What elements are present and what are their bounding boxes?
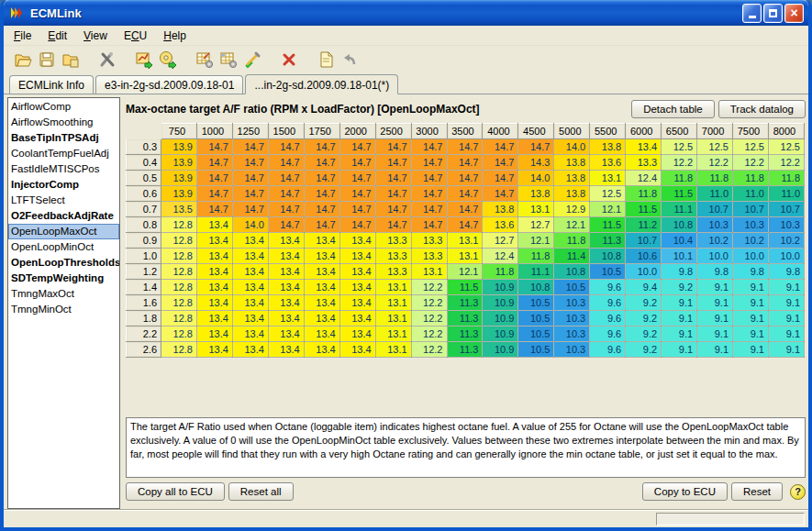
table-cell[interactable]: 11.0 [697, 186, 733, 202]
table-cell[interactable]: 13.4 [196, 280, 232, 295]
rpm-column-header[interactable]: 3000 [411, 124, 447, 139]
table-cell[interactable]: 14.7 [232, 186, 268, 202]
table-cell[interactable]: 13.4 [196, 295, 232, 311]
table-cell[interactable]: 13.3 [375, 249, 411, 264]
table-cell[interactable]: 14.7 [304, 217, 339, 233]
table-cell[interactable]: 13.3 [626, 155, 662, 171]
table-cell[interactable]: 9.1 [768, 342, 804, 358]
table-cell[interactable]: 13.1 [447, 249, 483, 264]
table-cell[interactable]: 13.1 [518, 202, 554, 217]
sidebar-item-InjectorComp[interactable]: InjectorComp [8, 177, 119, 193]
table-cell[interactable]: 11.0 [733, 186, 769, 202]
table-cell[interactable]: 14.7 [196, 171, 232, 186]
rpm-column-header[interactable]: 1500 [268, 124, 304, 139]
table-cell[interactable]: 13.4 [304, 326, 339, 342]
table-cell[interactable]: 11.8 [483, 264, 518, 280]
table-cell[interactable]: 13.4 [196, 233, 232, 249]
table-cell[interactable]: 10.2 [768, 233, 804, 249]
table-cell[interactable]: 13.4 [232, 233, 268, 249]
table-cell[interactable]: 12.1 [447, 264, 483, 280]
table-cell[interactable]: 10.6 [626, 249, 662, 264]
table-cell[interactable]: 9.1 [697, 342, 733, 358]
sidebar-item-LTFTSelect[interactable]: LTFTSelect [8, 193, 119, 208]
table-cell[interactable]: 13.9 [161, 186, 197, 202]
table-cell[interactable]: 13.4 [339, 249, 375, 264]
table-cell[interactable]: 14.7 [339, 171, 375, 186]
table-cell[interactable]: 13.4 [232, 280, 268, 295]
table-cell[interactable]: 13.4 [339, 264, 375, 280]
table-cell[interactable]: 10.1 [662, 249, 697, 264]
detach-table-button[interactable]: Detach table [631, 100, 715, 118]
sidebar-item-OpenLoopMaxOct[interactable]: OpenLoopMaxOct [8, 224, 119, 239]
table-cell[interactable]: 11.3 [447, 295, 483, 311]
rpm-column-header[interactable]: 7000 [697, 124, 733, 139]
table-cell[interactable]: 12.8 [161, 326, 197, 342]
table-cell[interactable]: 14.7 [196, 186, 232, 202]
table-cell[interactable]: 9.6 [590, 295, 626, 311]
table-cell[interactable]: 12.2 [411, 326, 447, 342]
table-cell[interactable]: 14.7 [232, 155, 268, 171]
rpm-column-header[interactable]: 7500 [733, 124, 769, 139]
table-cell[interactable]: 13.8 [554, 155, 590, 171]
table-cell[interactable]: 13.6 [483, 217, 518, 233]
table-cell[interactable]: 13.1 [375, 326, 411, 342]
open-file-icon[interactable] [11, 49, 35, 71]
table-cell[interactable]: 12.8 [161, 233, 197, 249]
table-cell[interactable]: 12.4 [626, 171, 662, 186]
table-cell[interactable]: 9.1 [662, 326, 697, 342]
table-cell[interactable]: 12.8 [161, 249, 197, 264]
table-cell[interactable]: 12.8 [161, 342, 197, 358]
table-cell[interactable]: 9.8 [733, 264, 769, 280]
table-cell[interactable]: 10.7 [697, 202, 733, 217]
table-cell[interactable]: 13.4 [232, 311, 268, 326]
table-cell[interactable]: 9.2 [626, 295, 662, 311]
table-cell[interactable]: 9.1 [733, 295, 769, 311]
rpm-column-header[interactable]: 1000 [196, 124, 232, 139]
table-cell[interactable]: 11.1 [518, 264, 554, 280]
table-cell[interactable]: 14.7 [304, 171, 339, 186]
table-cell[interactable]: 10.5 [518, 295, 554, 311]
export-graph-icon[interactable] [132, 49, 156, 71]
table-cell[interactable]: 9.1 [733, 280, 769, 295]
table-cell[interactable]: 9.6 [590, 311, 626, 326]
table-cell[interactable]: 10.5 [554, 280, 590, 295]
table-cell[interactable]: 9.1 [768, 326, 804, 342]
delete-icon[interactable] [277, 49, 301, 71]
table-cell[interactable]: 14.0 [554, 139, 590, 155]
table-cell[interactable]: 14.7 [411, 186, 447, 202]
copy-all-to-ecu-button[interactable]: Copy all to ECU [126, 482, 225, 501]
table-cell[interactable]: 14.7 [339, 202, 375, 217]
table-cell[interactable]: 10.2 [733, 233, 769, 249]
table-cell[interactable]: 14.7 [375, 155, 411, 171]
table-cell[interactable]: 11.3 [447, 326, 483, 342]
rpm-column-header[interactable]: 5000 [554, 124, 590, 139]
table-cell[interactable]: 9.1 [733, 326, 769, 342]
table-cell[interactable]: 11.3 [447, 342, 483, 358]
table-cell[interactable]: 14.7 [375, 186, 411, 202]
table-cell[interactable]: 11.8 [518, 249, 554, 264]
load-row-header[interactable]: 0.8 [127, 217, 161, 233]
rpm-column-header[interactable]: 1750 [304, 124, 339, 139]
table-cell[interactable]: 14.7 [411, 171, 447, 186]
table-cell[interactable]: 10.9 [483, 295, 518, 311]
table-cell[interactable]: 13.4 [304, 280, 339, 295]
settings-tools-icon[interactable] [95, 49, 119, 71]
table-cell[interactable]: 14.7 [375, 139, 411, 155]
menu-file[interactable]: File [6, 27, 39, 45]
sidebar-item-FastIdleMTISCPos[interactable]: FastIdleMTISCPos [8, 161, 119, 177]
menu-view[interactable]: View [75, 27, 116, 45]
table-cell[interactable]: 9.1 [662, 342, 697, 358]
table-cell[interactable]: 11.2 [626, 217, 662, 233]
table-cell[interactable]: 14.7 [268, 139, 304, 155]
table-cell[interactable]: 13.9 [161, 155, 197, 171]
table-cell[interactable]: 14.7 [411, 155, 447, 171]
load-row-header[interactable]: 0.3 [127, 139, 161, 155]
table-cell[interactable]: 13.4 [268, 326, 304, 342]
table-cell[interactable]: 9.8 [662, 264, 697, 280]
table-cell[interactable]: 13.4 [304, 295, 339, 311]
rpm-column-header[interactable]: 1250 [232, 124, 268, 139]
rpm-column-header[interactable]: 6000 [626, 124, 662, 139]
table-cell[interactable]: 13.8 [590, 139, 626, 155]
table-cell[interactable]: 13.4 [268, 264, 304, 280]
burn-cd-icon[interactable] [156, 49, 180, 71]
